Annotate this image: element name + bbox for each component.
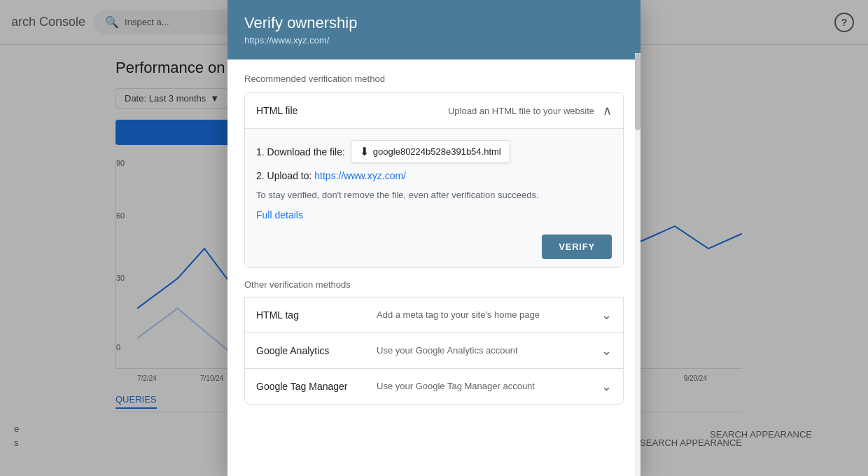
google-tag-manager-chevron-icon: ⌄ <box>601 379 612 394</box>
recommended-label: Recommended verification method <box>244 74 624 84</box>
step1-row: 1. Download the file: ⬇ google80224b528e… <box>256 140 612 163</box>
google-analytics-chevron-icon: ⌄ <box>601 343 612 358</box>
download-button[interactable]: ⬇ google80224b528e391b54.html <box>351 140 510 163</box>
other-methods-label: Other verification methods <box>244 279 624 290</box>
html-file-card: HTML file Upload an HTML file to your we… <box>244 92 624 268</box>
google-tag-manager-desc: Use your Google Tag Manager account <box>377 381 593 391</box>
google-analytics-card-header[interactable]: Google Analytics Use your Google Analyti… <box>245 333 623 368</box>
chevron-up-icon: ∧ <box>603 103 612 118</box>
modal-header: Verify ownership https://www.xyz.com/ <box>227 0 640 59</box>
full-details-link[interactable]: Full details <box>256 209 612 220</box>
html-tag-desc: Add a meta tag to your site's home page <box>377 309 593 320</box>
html-file-method-desc: Upload an HTML file to your website <box>448 106 594 116</box>
download-icon: ⬇ <box>360 145 369 158</box>
verify-button[interactable]: VERIFY <box>542 234 612 259</box>
google-analytics-title: Google Analytics <box>256 345 368 356</box>
html-tag-chevron-icon: ⌄ <box>601 307 612 323</box>
modal-title: Verify ownership <box>244 14 624 32</box>
upload-url-link[interactable]: https://www.xyz.com/ <box>314 170 406 181</box>
html-tag-card-header[interactable]: HTML tag Add a meta tag to your site's h… <box>245 298 623 332</box>
google-tag-manager-title: Google Tag Manager <box>256 381 368 392</box>
scrollbar-track <box>635 53 640 476</box>
step2-label: 2. Upload to: <box>256 170 312 181</box>
step1-label: 1. Download the file: <box>256 146 345 158</box>
html-file-card-body: 1. Download the file: ⬇ google80224b528e… <box>245 128 623 267</box>
html-tag-card: HTML tag Add a meta tag to your site's h… <box>244 297 624 333</box>
verify-btn-row: VERIFY <box>256 229 612 262</box>
html-file-method-label: HTML file <box>256 105 298 116</box>
stay-verified-text: To stay verified, don't remove the file,… <box>256 188 612 202</box>
verify-modal: Verify ownership https://www.xyz.com/ Re… <box>227 0 640 476</box>
html-file-card-header[interactable]: HTML file Upload an HTML file to your we… <box>245 93 623 128</box>
download-filename: google80224b528e391b54.html <box>373 146 501 157</box>
modal-subtitle: https://www.xyz.com/ <box>244 35 624 46</box>
google-tag-manager-card-header[interactable]: Google Tag Manager Use your Google Tag M… <box>245 369 623 404</box>
step2-row: 2. Upload to: https://www.xyz.com/ <box>256 170 612 181</box>
google-analytics-desc: Use your Google Analytics account <box>377 345 593 356</box>
modal-body: Recommended verification method HTML fil… <box>227 59 640 476</box>
html-tag-title: HTML tag <box>256 309 368 321</box>
google-tag-manager-card: Google Tag Manager Use your Google Tag M… <box>244 369 624 405</box>
scrollbar-thumb[interactable] <box>635 53 640 130</box>
google-analytics-card: Google Analytics Use your Google Analyti… <box>244 333 624 369</box>
